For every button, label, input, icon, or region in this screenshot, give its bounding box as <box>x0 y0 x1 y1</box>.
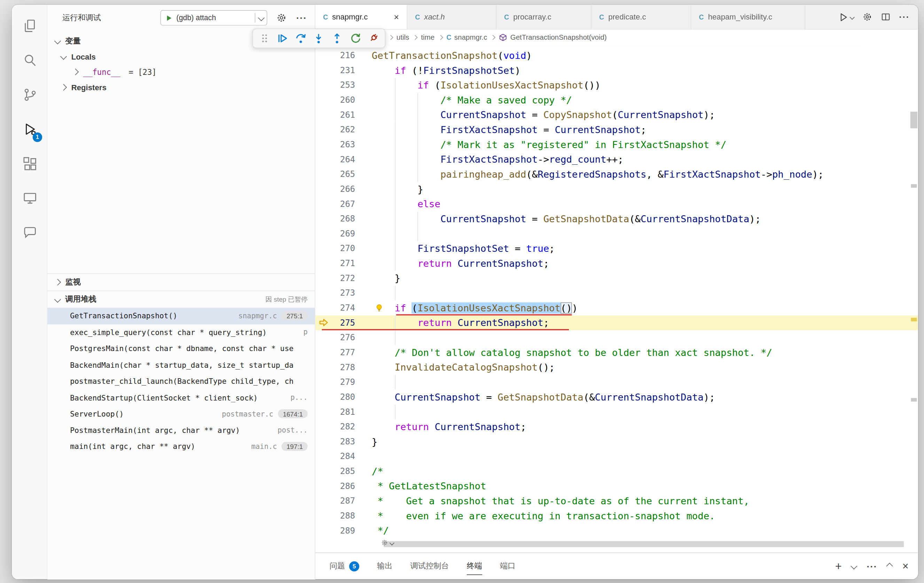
close-panel-button[interactable]: × <box>903 561 909 571</box>
panel-tab-输出[interactable]: 输出 <box>377 553 393 579</box>
code-line-282[interactable]: 282 return CurrentSnapshot; <box>315 419 918 434</box>
line-number[interactable]: 287 <box>315 494 355 509</box>
code-line-277[interactable]: 277 /* Don't allow catalog snapshot to b… <box>315 345 918 360</box>
code-line-273[interactable]: 273 <box>315 286 918 301</box>
activitybar-search[interactable] <box>12 43 47 77</box>
code-line-289[interactable]: 289 */ <box>315 524 918 538</box>
launch-config-dropdown[interactable]: (gdb) attach <box>160 10 267 25</box>
code-line-264[interactable]: 264 FirstXactSnapshot->regd_count++; <box>315 152 918 167</box>
panel-tab-端口[interactable]: 端口 <box>500 553 515 579</box>
code-line-262[interactable]: 262 FirstXactSnapshot = CurrentSnapshot; <box>315 122 918 137</box>
horizontal-scrollbar[interactable] <box>384 541 904 547</box>
line-number[interactable]: 279 <box>315 375 355 390</box>
editor-tab-procarray.c[interactable]: Cprocarray.c <box>497 5 592 29</box>
stack-frame-6[interactable]: ServerLoop()postmaster.c1674:1 <box>47 406 315 422</box>
code-line-281[interactable]: 281 <box>315 405 918 419</box>
drag-handle[interactable] <box>257 31 272 46</box>
line-number[interactable]: 280 <box>315 390 355 405</box>
gear-icon[interactable] <box>862 12 873 22</box>
stack-frame-8[interactable]: main(int argc, char ** argv)main.c197:1 <box>47 438 315 455</box>
line-number[interactable]: 282 <box>315 419 355 434</box>
line-number[interactable]: 281 <box>315 405 355 419</box>
code-line-266[interactable]: 266 } <box>315 182 918 197</box>
code-line-279[interactable]: 279 <box>315 375 918 390</box>
stack-frame-3[interactable]: BackendMain(char * startup_data, size_t … <box>47 357 315 373</box>
line-number[interactable]: 289 <box>315 524 355 538</box>
line-number[interactable]: 268 <box>315 211 355 226</box>
line-number[interactable]: 260 <box>315 92 355 107</box>
code-line-265[interactable]: 265 pairingheap_add(&RegisteredSnapshots… <box>315 167 918 182</box>
code-line-267[interactable]: 267 else <box>315 197 918 212</box>
activitybar-explorer[interactable] <box>12 8 47 43</box>
code-line-285[interactable]: 285/* <box>315 464 918 479</box>
activitybar-extensions[interactable] <box>12 146 47 181</box>
line-number[interactable]: 264 <box>315 152 355 167</box>
step-into-icon[interactable] <box>312 31 326 46</box>
code-line-271[interactable]: 271 return CurrentSnapshot; <box>315 256 918 271</box>
watch-section-header[interactable]: 监视 <box>47 273 315 291</box>
breadcrumb-item[interactable]: time <box>421 33 434 42</box>
code-line-253[interactable]: 253 if (IsolationUsesXactSnapshot()) <box>315 78 918 92</box>
code-line-280[interactable]: 280 CurrentSnapshot = GetSnapshotData(&C… <box>315 390 918 405</box>
code-editor[interactable]: 216GetTransactionSnapshot(void)231 if (!… <box>315 45 918 553</box>
code-line-263[interactable]: 263 /* Mark it as "registered" in FirstX… <box>315 137 918 152</box>
line-number[interactable]: 266 <box>315 182 355 197</box>
continue-icon[interactable] <box>276 31 290 46</box>
line-number[interactable]: 288 <box>315 509 355 524</box>
maximize-panel-chevron[interactable] <box>888 564 892 569</box>
line-number[interactable]: 275 <box>315 315 355 330</box>
disconnect-icon[interactable] <box>366 31 381 46</box>
line-number[interactable]: 267 <box>315 197 355 212</box>
code-line-261[interactable]: 261 CurrentSnapshot = CopySnapshot(Curre… <box>315 107 918 122</box>
code-line-284[interactable]: 284 <box>315 449 918 464</box>
line-number[interactable]: 269 <box>315 226 355 241</box>
stack-frame-0[interactable]: GetTransactionSnapshot()snapmgr.c275:1 <box>47 308 315 324</box>
line-number[interactable]: 271 <box>315 256 355 271</box>
step-out-icon[interactable] <box>330 31 344 46</box>
code-line-287[interactable]: 287 * Get a snapshot that is up-to-date … <box>315 494 918 509</box>
variable-row-func[interactable]: __func__ = [23] <box>47 64 315 79</box>
editor-tab-heapam_visibility.c[interactable]: Cheapam_visibility.c <box>691 5 805 29</box>
breadcrumb-item[interactable]: Csnapmgr.c <box>446 33 487 42</box>
activitybar-chat[interactable] <box>12 215 47 249</box>
registers-node[interactable]: Registers <box>47 80 315 95</box>
editor-quick-settings-icon[interactable] <box>381 539 394 547</box>
line-number[interactable]: 278 <box>315 360 355 375</box>
step-over-icon[interactable] <box>294 31 308 46</box>
code-line-286[interactable]: 286 * GetLatestSnapshot <box>315 479 918 494</box>
ellipsis-icon[interactable]: ··· <box>295 12 307 24</box>
line-number[interactable]: 286 <box>315 479 355 494</box>
code-line-268[interactable]: 268 CurrentSnapshot = GetSnapshotData(&C… <box>315 211 918 226</box>
breadcrumb-item[interactable]: utils <box>396 33 409 42</box>
code-line-231[interactable]: 231 if (!FirstSnapshotSet) <box>315 63 918 78</box>
line-number[interactable]: 277 <box>315 345 355 360</box>
line-number[interactable]: 285 <box>315 464 355 479</box>
line-number[interactable]: 274 <box>315 301 355 315</box>
stack-frame-4[interactable]: postmaster_child_launch(BackendType chil… <box>47 373 315 389</box>
line-number[interactable]: 283 <box>315 434 355 449</box>
scrollbar-slider[interactable] <box>911 112 917 129</box>
stack-frame-2[interactable]: PostgresMain(const char * dbname, const … <box>47 340 315 357</box>
line-number[interactable]: 216 <box>315 48 355 63</box>
activitybar-remote-explorer[interactable] <box>12 181 47 215</box>
editor-tab-predicate.c[interactable]: Cpredicate.c <box>592 5 691 29</box>
vertical-scrollbar[interactable] <box>909 45 918 553</box>
split-editor-icon[interactable] <box>881 12 891 22</box>
sidebar-editor-divider[interactable] <box>315 5 315 579</box>
line-number[interactable]: 276 <box>315 330 355 345</box>
gear-icon[interactable] <box>276 12 287 24</box>
stack-frame-5[interactable]: BackendStartup(ClientSocket * client_soc… <box>47 389 315 406</box>
locals-node[interactable]: Locals <box>47 49 315 64</box>
code-line-276[interactable]: 276 <box>315 330 918 345</box>
callstack-section-header[interactable]: 调用堆栈 因 step 已暂停 <box>47 291 315 307</box>
breadcrumb-item[interactable]: GetTransactionSnapshot(void) <box>499 33 607 42</box>
ellipsis-icon[interactable]: ··· <box>866 562 877 571</box>
new-terminal-button[interactable]: + <box>835 560 842 571</box>
stack-frame-7[interactable]: PostmasterMain(int argc, char ** argv)po… <box>47 422 315 438</box>
line-number[interactable]: 263 <box>315 137 355 152</box>
panel-tab-终端[interactable]: 终端 <box>467 553 482 579</box>
code-line-283[interactable]: 283} <box>315 434 918 449</box>
code-line-216[interactable]: 216GetTransactionSnapshot(void) <box>315 48 918 63</box>
panel-tab-问题[interactable]: 问题5 <box>330 553 359 579</box>
activitybar-run-debug[interactable]: 1 <box>12 112 47 146</box>
